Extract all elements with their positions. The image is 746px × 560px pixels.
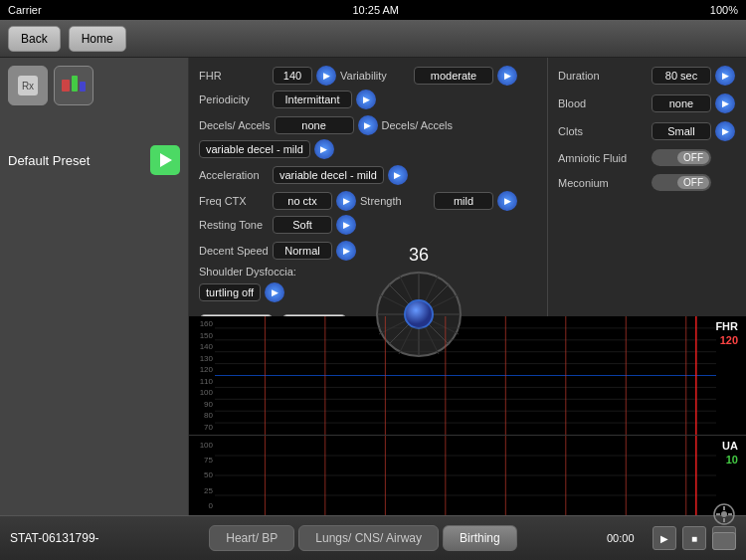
accel-value: variable decel - mild [273, 166, 384, 184]
wheel-number: 36 [409, 245, 429, 266]
bottom-bar: STAT-06131799- Heart/ BP Lungs/ CNS/ Air… [0, 515, 746, 560]
ua-chart: 100 75 50 25 0 [189, 436, 746, 515]
right-panel: FHR 140 ▶ Variability moderate ▶ Periodi… [189, 58, 746, 515]
row-decels1: Decels/ Accels none ▶ Decels/ Accels var… [199, 115, 537, 159]
clots-arrow[interactable]: ▶ [715, 121, 735, 141]
fhr-label: FHR [199, 70, 269, 82]
meconium-label: Meconium [558, 177, 648, 189]
battery-label: 100% [710, 4, 738, 16]
turtling-value: turtling off [199, 283, 261, 301]
decels2-arrow[interactable]: ▶ [314, 139, 334, 159]
meconium-toggle-label: OFF [677, 176, 709, 189]
fhr-chart-value: 120 [720, 334, 738, 346]
tab-birthing[interactable]: Birthing [443, 525, 517, 551]
fhr-value: 140 [273, 67, 312, 85]
strength-label: Strength [360, 195, 430, 207]
sidebar: Rx Default Preset [0, 58, 189, 515]
time-label: 10:25 AM [353, 4, 399, 16]
home-button[interactable]: Home [69, 26, 126, 52]
turtling-arrow[interactable]: ▶ [265, 282, 284, 302]
periodicity-arrow[interactable]: ▶ [356, 90, 376, 109]
right-controls: Duration 80 sec ▶ Blood none ▶ Clots Sma… [547, 58, 746, 316]
time-display: 00:00 [607, 532, 647, 544]
blood-row: Blood none ▶ [558, 93, 736, 113]
periodicity-label: Periodicity [199, 93, 269, 105]
meconium-row: Meconium OFF [558, 174, 736, 191]
stop-pb-button[interactable]: ■ [682, 526, 706, 550]
controls-area: FHR 140 ▶ Variability moderate ▶ Periodi… [189, 58, 746, 316]
ua-chart-label: UA [722, 440, 738, 452]
tab-bar: Heart/ BP Lungs/ CNS/ Airway Birthing [129, 525, 597, 551]
fhr-grid [215, 316, 716, 435]
blood-value: none [652, 94, 711, 112]
clots-label: Clots [558, 125, 648, 137]
stat-label: STAT-06131799- [0, 531, 129, 545]
variability-value: moderate [414, 67, 493, 85]
accel-arrow[interactable]: ▶ [388, 165, 408, 185]
strength-value: mild [434, 192, 493, 210]
row-accel: Acceleration variable decel - mild ▶ [199, 165, 537, 185]
status-bar: Carrier 10:25 AM 100% [0, 0, 746, 20]
svg-rect-2 [62, 80, 70, 92]
left-controls: FHR 140 ▶ Variability moderate ▶ Periodi… [189, 58, 547, 316]
ua-grid [215, 436, 716, 515]
duration-row: Duration 80 sec ▶ [558, 66, 736, 86]
main-content: Rx Default Preset FHR [0, 58, 746, 515]
carrier-label: Carrier [8, 4, 42, 16]
preset-label: Default Preset [8, 153, 90, 168]
sidebar-icons: Rx [8, 66, 180, 105]
row-fhr: FHR 140 ▶ Variability moderate ▶ Periodi… [199, 66, 537, 109]
decels2-label: Decels/ Accels [382, 119, 454, 131]
tab-lungs-cns[interactable]: Lungs/ CNS/ Airway [298, 525, 439, 551]
blood-arrow[interactable]: ▶ [715, 93, 735, 113]
decels2-value: variable decel - mild [199, 140, 310, 158]
amniotic-toggle[interactable]: OFF [652, 149, 711, 166]
ctx-arrow[interactable]: ▶ [336, 191, 356, 211]
restingtone-value: Soft [273, 216, 332, 234]
amniotic-toggle-label: OFF [677, 151, 709, 164]
decent-arrow[interactable]: ▶ [336, 241, 356, 261]
preset-row: Default Preset [8, 145, 180, 175]
variability-arrow[interactable]: ▶ [497, 66, 517, 86]
decels1-arrow[interactable]: ▶ [358, 115, 378, 135]
square-icon[interactable] [712, 532, 736, 550]
clots-row: Clots Small ▶ [558, 121, 736, 141]
back-button[interactable]: Back [8, 26, 61, 52]
play-pb-button[interactable]: ▶ [653, 526, 676, 550]
fhr-chart-label: FHR [715, 320, 738, 332]
duration-value: 80 sec [652, 67, 711, 85]
fhr-arrow[interactable]: ▶ [316, 66, 336, 86]
duration-label: Duration [558, 70, 648, 82]
decels1-value: none [275, 116, 354, 134]
tab-heart-bp[interactable]: Heart/ BP [209, 525, 294, 551]
sidebar-icon-1: Rx [8, 66, 48, 105]
restingtone-arrow[interactable]: ▶ [336, 215, 356, 235]
svg-rect-4 [80, 82, 86, 92]
decent-value: Normal [273, 242, 332, 260]
strength-arrow[interactable]: ▶ [497, 191, 517, 211]
sidebar-icon-2 [54, 66, 93, 105]
row-ctx: Freq CTX no ctx ▶ Strength mild ▶ Restin… [199, 191, 537, 235]
amniotic-row: Amniotic Fluid OFF [558, 149, 736, 166]
accel-label: Acceleration [199, 169, 269, 181]
fhr-y-labels: 160 150 140 130 120 110 100 90 80 70 [189, 316, 215, 435]
amniotic-label: Amniotic Fluid [558, 152, 648, 164]
nav-bar: Back Home [0, 20, 746, 58]
shoulder-label: Shoulder Dysfoccia: [199, 266, 296, 278]
ctx-label: Freq CTX [199, 195, 269, 207]
svg-text:Rx: Rx [22, 81, 34, 92]
blood-label: Blood [558, 97, 648, 109]
play-icon [160, 153, 172, 167]
decent-label: Decent Speed [199, 245, 269, 257]
duration-arrow[interactable]: ▶ [715, 66, 735, 86]
play-button[interactable] [150, 145, 180, 175]
periodicity-value: Intermittant [273, 91, 352, 108]
meconium-toggle[interactable]: OFF [652, 174, 711, 191]
ua-y-labels: 100 75 50 25 0 [189, 436, 215, 515]
charts-area: 160 150 140 130 120 110 100 90 80 70 [189, 316, 746, 515]
fhr-chart: 160 150 140 130 120 110 100 90 80 70 [189, 316, 746, 436]
decels1-label: Decels/ Accels [199, 119, 271, 131]
restingtone-label: Resting Tone [199, 219, 269, 231]
ua-chart-value: 10 [726, 454, 738, 466]
clots-value: Small [652, 122, 711, 140]
